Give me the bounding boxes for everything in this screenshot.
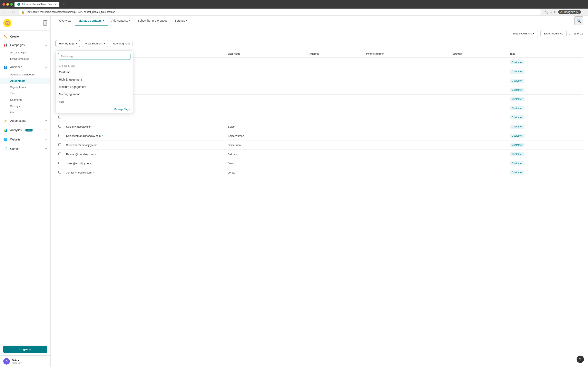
search-button[interactable]: 🔍 <box>575 17 583 25</box>
sidebar-item-tags[interactable]: Tags <box>0 90 51 97</box>
sidebar-section-analytics: 📊 Analytics New ▼ <box>0 126 51 134</box>
sidebar-toggle-button[interactable]: ⊟ <box>43 20 47 26</box>
row-email[interactable]: Spiderwoman@moodjoy.com <box>66 134 101 137</box>
sidebar-item-surveys[interactable]: Surveys <box>0 103 51 109</box>
row-tag-badge[interactable]: Customer <box>510 88 525 92</box>
website-chevron-icon: ▼ <box>45 138 47 141</box>
audience-sub-nav: Audience dashboard All contacts Signup f… <box>0 71 51 116</box>
row-tag-badge[interactable]: Customer <box>510 69 525 74</box>
address-bar[interactable]: 🔒 us21.admin.mailchimp.com/lists/members… <box>19 9 542 15</box>
row-checkbox-8[interactable] <box>58 134 61 137</box>
view-segment-button[interactable]: View Segment ▾ <box>82 40 108 47</box>
row-birthday <box>450 150 507 159</box>
sidebar-item-automations[interactable]: ⚡ Automations ▼ <box>0 117 51 125</box>
row-email[interactable]: Jonas@moodjoy.com <box>66 171 91 174</box>
sidebar-item-campaigns[interactable]: 📢 Campaigns ▲ <box>0 41 51 49</box>
sidebar-item-all-campaigns[interactable]: All campaigns <box>0 49 51 56</box>
tab-close-button[interactable]: ✕ <box>55 3 57 6</box>
row-email[interactable]: Spiderman@moodjoy.com <box>66 143 97 147</box>
row-address <box>307 67 364 76</box>
row-email-cell: Batman@moodjoy.com › <box>64 150 225 159</box>
forward-button[interactable]: › <box>7 10 9 14</box>
row-tag-badge[interactable]: Customer <box>510 106 525 110</box>
browser-window-controls <box>2 3 13 6</box>
top-nav-manage-contacts[interactable]: Manage contacts ▾ <box>75 16 108 26</box>
campaigns-icon: 📢 <box>3 43 8 47</box>
row-tag-badge[interactable]: Customer <box>510 60 525 64</box>
row-email[interactable]: Batman@moodjoy.com <box>66 153 94 156</box>
table-row: Spiderman@moodjoy.com › Spiderman Custom… <box>56 141 583 150</box>
extensions-icon[interactable]: ⋮ <box>583 3 586 6</box>
bookmark-icon[interactable]: ☆ <box>550 10 553 14</box>
sidebar-item-all-contacts[interactable]: All contacts <box>0 78 51 84</box>
more-options-icon[interactable]: ⋮ <box>583 10 586 14</box>
sidebar-item-analytics[interactable]: 📊 Analytics New ▼ <box>0 126 51 134</box>
row-tag-badge[interactable]: Customer <box>510 161 525 165</box>
row-checkbox-10[interactable] <box>58 152 61 155</box>
back-button[interactable]: ‹ <box>2 10 5 14</box>
sidebar-item-automations-label: Automations <box>10 119 26 122</box>
top-nav-subscriber-preferences[interactable]: Subscriber preferences <box>134 16 171 26</box>
minimize-window-button[interactable] <box>6 3 9 6</box>
upgrade-button[interactable]: Upgrade <box>3 346 47 353</box>
row-checkbox-7[interactable] <box>58 125 61 128</box>
mailchimp-logo: 🐵 <box>3 19 11 27</box>
row-address <box>307 150 364 159</box>
sidebar-item-email-templates[interactable]: Email templates <box>0 56 51 62</box>
sidebar-item-inbox[interactable]: Inbox <box>0 109 51 116</box>
maximize-window-button[interactable] <box>10 3 13 6</box>
top-nav-overview[interactable]: Overview <box>56 16 75 26</box>
reload-button[interactable]: ↻ <box>11 10 16 15</box>
toggle-columns-button[interactable]: Toggle Columns ▾ <box>509 30 538 37</box>
export-audience-button[interactable]: Export Audience <box>540 30 567 37</box>
website-icon: 🌐 <box>3 137 8 142</box>
row-checkbox-9[interactable] <box>58 143 61 146</box>
main-content: Overview Manage contacts ▾ Add contacts … <box>51 16 588 367</box>
sidebar-section-automations: ⚡ Automations ▼ <box>0 117 51 125</box>
new-tab-button[interactable]: + <box>61 2 67 7</box>
top-nav-add-contacts-label: Add contacts <box>112 19 128 22</box>
row-tag-badge[interactable]: Customer <box>510 134 525 138</box>
row-checkbox-12[interactable] <box>58 171 61 174</box>
sidebar-item-audience-dashboard[interactable]: Audience dashboard <box>0 71 51 78</box>
tag-search-input[interactable] <box>58 53 130 60</box>
row-tag-badge[interactable]: Customer <box>510 79 525 83</box>
filter-by-tags-button[interactable]: Filter by Tags ▾ <box>56 40 80 47</box>
dropdown-tag-no-engagement[interactable]: No Engagement <box>56 91 133 98</box>
sidebar-item-content[interactable]: 📄 Content ▼ <box>0 145 51 153</box>
row-tag-badge[interactable]: Customer <box>510 125 525 129</box>
logo-icon: 🐵 <box>5 20 10 26</box>
row-birthday <box>450 122 507 131</box>
row-checkbox-11[interactable] <box>58 162 61 164</box>
sidebar-item-website[interactable]: 🌐 Website ▼ <box>0 135 51 144</box>
row-email[interactable]: Spider@moodjoy.com <box>66 125 92 128</box>
sidebar-item-segments[interactable]: Segments <box>0 97 51 103</box>
sidebar-item-signup-forms[interactable]: Signup forms <box>0 84 51 90</box>
table-row: Customer <box>56 76 583 85</box>
row-tag-badge[interactable]: Customer <box>510 115 525 119</box>
dropdown-tag-medium-engagement[interactable]: Medium Engagement <box>56 83 133 91</box>
close-window-button[interactable] <box>2 3 5 6</box>
new-segment-button[interactable]: New Segment <box>110 40 133 47</box>
row-tag-badge[interactable]: Customer <box>510 170 525 175</box>
sidebar-item-audience[interactable]: 👥 Audience ▲ <box>0 63 51 71</box>
row-tag-badge[interactable]: Customer <box>510 152 525 156</box>
browser-tab[interactable]: C All subscribers of Mood Joy | ✕ <box>15 2 60 7</box>
top-nav-settings[interactable]: Settings ▾ <box>171 16 191 26</box>
row-tag-badge[interactable]: Customer <box>510 143 525 147</box>
row-checkbox-6[interactable] <box>58 116 61 118</box>
split-view-icon[interactable]: ⊟ <box>554 10 557 14</box>
row-tag-badge[interactable]: Customer <box>510 97 525 101</box>
manage-tags-link[interactable]: Manage Tags <box>114 108 130 111</box>
contacts-table: Email Address Last Name Address Phone Nu… <box>56 50 583 177</box>
row-phone <box>364 113 450 122</box>
dropdown-tag-high-engagement[interactable]: High Engagement <box>56 76 133 83</box>
row-email[interactable]: Joker@moodjoy.com <box>66 162 91 165</box>
page-content: Toggle Columns ▾ Export Audience 1 – 16 … <box>51 26 588 367</box>
extensions-icon[interactable]: 🔧 <box>545 10 548 14</box>
dropdown-tag-new[interactable]: new <box>56 98 133 105</box>
dropdown-tag-customer[interactable]: Customer <box>56 68 133 76</box>
sidebar-item-create[interactable]: ✏️ Create <box>0 32 51 41</box>
top-nav-add-contacts[interactable]: Add contacts ▾ <box>108 16 134 26</box>
help-button[interactable]: ? <box>577 356 584 363</box>
